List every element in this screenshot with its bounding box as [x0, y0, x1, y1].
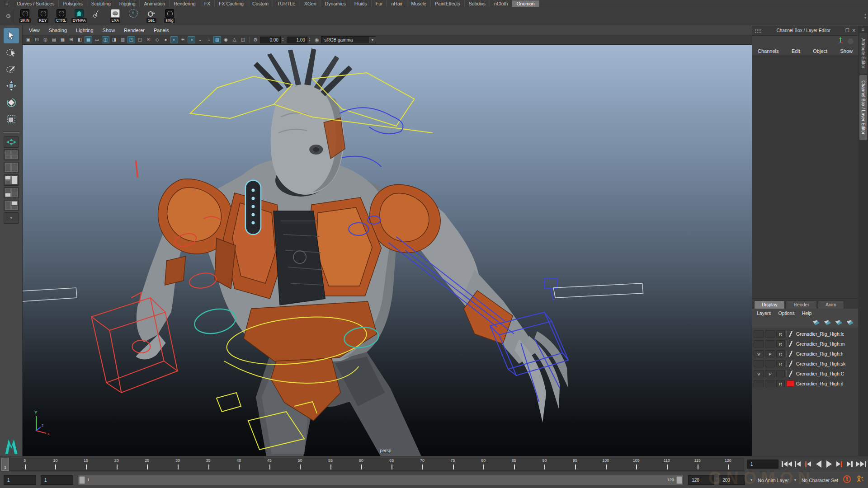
safe-action-icon[interactable]: ◰	[127, 36, 135, 43]
display-settings-gear-icon[interactable]: ⚙	[253, 37, 258, 43]
layer-name[interactable]: Grenadier_Rig_High:m	[796, 341, 844, 347]
layer-row[interactable]: R Grenadier_Rig_High:m	[752, 339, 858, 348]
layer-row[interactable]: R Grenadier_Rig_High:lc	[752, 329, 858, 338]
rotate-tool-icon[interactable]	[4, 95, 19, 110]
channel-box-menu[interactable]: Object	[813, 48, 827, 54]
depth-of-field-icon[interactable]: ◉	[222, 36, 230, 43]
color-management-icon[interactable]: ◉	[315, 37, 319, 43]
view-transform-dropdown[interactable]: sRGB gamma ▼	[321, 36, 376, 43]
step-forward-key-button[interactable]	[835, 459, 844, 469]
shelf-tab[interactable]: Dynamics	[321, 0, 350, 7]
screen-space-ao-icon[interactable]: ◒	[196, 36, 204, 43]
popout-icon[interactable]: ❐	[845, 28, 849, 33]
layer-playback-toggle[interactable]	[765, 330, 775, 338]
textured-icon[interactable]: ◐	[170, 36, 178, 43]
shelf-tab[interactable]: Rendering	[170, 0, 200, 7]
character-set-selector[interactable]: No Character Set	[802, 478, 838, 483]
shelf-tab[interactable]: nCloth	[490, 0, 512, 7]
shelf-tab[interactable]: Sculpting	[87, 0, 115, 7]
shelf-button[interactable]: DYNPA	[70, 9, 88, 23]
layer-visibility-toggle[interactable]	[754, 330, 764, 338]
shaded-icon[interactable]: ●	[162, 36, 170, 43]
isolate-select-icon[interactable]: △	[231, 36, 238, 43]
shelf-tab[interactable]: FX	[200, 0, 215, 7]
playback-start-field[interactable]: 1	[41, 475, 73, 485]
layer-color-swatch[interactable]	[787, 380, 794, 387]
layer-row[interactable]: V P Grenadier_Rig_High:C	[752, 369, 858, 378]
viewport-menu[interactable]: Renderer	[124, 28, 145, 33]
current-frame-field[interactable]: 1	[747, 460, 778, 469]
playback-end-field[interactable]: 120	[688, 475, 714, 485]
shelf-button[interactable]: SKIN	[16, 9, 34, 23]
viewport-menu[interactable]: Panels	[154, 28, 169, 33]
layout-two-pane-light-button[interactable]	[4, 174, 19, 186]
layer-render-toggle[interactable]: R	[776, 350, 785, 357]
x-ray-icon[interactable]: ◫	[239, 36, 247, 43]
shelf-button[interactable]: KEY	[34, 9, 52, 23]
shelf-tab[interactable]: PaintEffects	[431, 0, 465, 7]
speed-control-icon[interactable]	[848, 38, 854, 44]
panel-list-icon[interactable]: ≣	[861, 27, 865, 32]
shelf-tab[interactable]: Gnomon	[512, 0, 539, 7]
film-gate-icon[interactable]: ▭	[93, 36, 101, 43]
resolution-gate-icon[interactable]: ◫	[102, 36, 109, 43]
shelf-tab[interactable]: Curves / Surfaces	[13, 0, 59, 7]
layer-color-swatch[interactable]	[787, 341, 794, 347]
move-layer-up-icon[interactable]	[813, 320, 820, 325]
time-slider-track[interactable]: 5 10 15 20 25 30 35	[9, 458, 744, 471]
move-tool-icon[interactable]	[4, 78, 19, 94]
layer-row[interactable]: V P R Grenadier_Rig_High:h	[752, 349, 858, 358]
layer-playback-toggle[interactable]: P	[765, 350, 775, 357]
channel-list-empty[interactable]	[752, 56, 858, 299]
exposure-field[interactable]: 0.00	[260, 37, 281, 43]
viewport-menu[interactable]: View	[29, 28, 40, 33]
gate-mask-icon[interactable]: ◨	[110, 36, 118, 43]
lock-camera-icon[interactable]: ⊡	[33, 36, 41, 43]
camera-attributes-icon[interactable]: ◎	[42, 36, 49, 43]
select-camera-icon[interactable]: ▣	[24, 36, 32, 43]
gear-icon[interactable]: ⚙	[3, 13, 14, 19]
animation-preferences-icon[interactable]	[856, 475, 864, 485]
shelf-tab[interactable]: Animation	[140, 0, 170, 7]
shelf-tab[interactable]: Rigging	[115, 0, 140, 7]
play-backwards-button[interactable]	[814, 459, 823, 469]
shelf-button[interactable]: sRig	[160, 9, 179, 23]
viewport-canvas[interactable]: Y x z persp	[23, 45, 752, 456]
layer-visibility-toggle[interactable]: V	[754, 370, 764, 377]
shelf-tab[interactable]: TURTLE	[273, 0, 300, 7]
layer-visibility-toggle[interactable]	[754, 340, 764, 347]
move-layer-down-icon[interactable]	[824, 320, 831, 325]
two-d-pan-zoom-icon[interactable]: ⊞	[67, 36, 75, 43]
layer-render-toggle[interactable]: R	[776, 340, 785, 347]
channel-box-menu[interactable]: Show	[840, 48, 853, 54]
channel-box-menu[interactable]: Channels	[758, 48, 778, 54]
shelf-tab[interactable]: Subdivs	[465, 0, 490, 7]
layer-name[interactable]: Grenadier_Rig_High:h	[796, 351, 843, 357]
go-to-end-button[interactable]	[856, 459, 866, 469]
layer-name[interactable]: Grenadier_Rig_High:C	[796, 371, 844, 376]
shelf-tab[interactable]: Fur	[372, 0, 387, 7]
shelf-scroll-arrows[interactable]: ▴▾	[864, 13, 866, 20]
go-to-start-button[interactable]	[782, 459, 792, 469]
layer-playback-toggle[interactable]	[765, 340, 775, 347]
layer-render-toggle[interactable]: R	[776, 380, 785, 387]
gamma-spinner[interactable]: ▲▼	[308, 38, 312, 42]
layer-color-swatch[interactable]	[787, 361, 794, 367]
layer-editor-tab[interactable]: Render	[786, 300, 816, 309]
shelf-tab[interactable]: Fluids	[350, 0, 372, 7]
drag-grip-icon[interactable]	[755, 28, 762, 33]
wireframe-icon[interactable]: ◇	[153, 36, 161, 43]
current-frame-marker[interactable]: 1	[1, 458, 9, 471]
layout-dropdown-button[interactable]: ▾	[4, 212, 19, 224]
shelf-button[interactable]: Set.	[142, 9, 160, 23]
step-back-frame-button[interactable]	[793, 459, 802, 469]
shelf-tab[interactable]: FX Caching	[215, 0, 248, 7]
scale-tool-icon[interactable]	[4, 112, 19, 127]
shelf-tab[interactable]: Muscle	[407, 0, 431, 7]
layer-editor-menu[interactable]: Layers	[757, 310, 771, 316]
range-slider[interactable]: 1 120	[78, 475, 684, 485]
shelf-tab[interactable]: nHair	[387, 0, 407, 7]
layer-row[interactable]: R Grenadier_Rig_High:d	[752, 379, 858, 388]
layer-editor-menu[interactable]: Help	[802, 310, 812, 316]
animation-start-field[interactable]: 1	[4, 475, 36, 485]
